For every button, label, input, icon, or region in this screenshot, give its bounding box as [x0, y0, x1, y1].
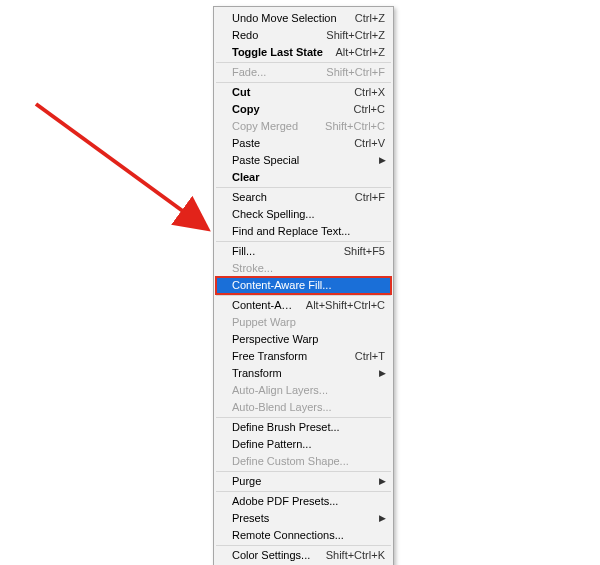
menu-item-auto-blend-layers: Auto-Blend Layers... — [216, 399, 391, 416]
submenu-arrow-icon: ▶ — [379, 473, 385, 490]
menu-item-search[interactable]: SearchCtrl+F — [216, 189, 391, 206]
menu-item-content-aware-scale[interactable]: Content-Aware ScaleAlt+Shift+Ctrl+C — [216, 297, 391, 314]
menu-item-label: Cut — [232, 84, 346, 101]
menu-item-label: Puppet Warp — [232, 314, 385, 331]
menu-group: Undo Move SelectionCtrl+ZRedoShift+Ctrl+… — [216, 9, 391, 63]
menu-item-adobe-pdf-presets[interactable]: Adobe PDF Presets... — [216, 493, 391, 510]
menu-group: Purge▶ — [216, 472, 391, 492]
menu-item-redo[interactable]: RedoShift+Ctrl+Z — [216, 27, 391, 44]
menu-item-presets[interactable]: Presets▶ — [216, 510, 391, 527]
menu-item-label: Search — [232, 189, 347, 206]
menu-item-shortcut: Ctrl+X — [354, 84, 385, 101]
menu-group: Fade...Shift+Ctrl+F — [216, 63, 391, 83]
menu-item-copy-merged: Copy MergedShift+Ctrl+C — [216, 118, 391, 135]
menu-item-label: Fade... — [232, 64, 318, 81]
menu-item-label: Copy Merged — [232, 118, 317, 135]
menu-item-shortcut: Alt+Ctrl+Z — [335, 44, 385, 61]
menu-item-perspective-warp[interactable]: Perspective Warp — [216, 331, 391, 348]
menu-item-shortcut: Alt+Shift+Ctrl+C — [306, 297, 385, 314]
menu-item-fill[interactable]: Fill...Shift+F5 — [216, 243, 391, 260]
menu-item-free-transform[interactable]: Free TransformCtrl+T — [216, 348, 391, 365]
menu-item-puppet-warp: Puppet Warp — [216, 314, 391, 331]
menu-item-define-custom-shape: Define Custom Shape... — [216, 453, 391, 470]
menu-item-purge[interactable]: Purge▶ — [216, 473, 391, 490]
menu-item-shortcut: Ctrl+T — [355, 348, 385, 365]
menu-item-label: Redo — [232, 27, 318, 44]
menu-item-label: Free Transform — [232, 348, 347, 365]
menu-group: Color Settings...Shift+Ctrl+KAssign Prof… — [216, 546, 391, 565]
menu-item-label: Presets — [232, 510, 371, 527]
menu-item-check-spelling[interactable]: Check Spelling... — [216, 206, 391, 223]
svg-line-0 — [36, 104, 206, 228]
annotation-arrow — [28, 96, 223, 246]
menu-item-shortcut: Ctrl+F — [355, 189, 385, 206]
menu-item-undo-move-selection[interactable]: Undo Move SelectionCtrl+Z — [216, 10, 391, 27]
menu-group: Fill...Shift+F5Stroke...Content-Aware Fi… — [216, 242, 391, 296]
menu-item-label: Auto-Blend Layers... — [232, 399, 385, 416]
menu-group: CutCtrl+XCopyCtrl+CCopy MergedShift+Ctrl… — [216, 83, 391, 188]
menu-item-auto-align-layers: Auto-Align Layers... — [216, 382, 391, 399]
menu-item-fade: Fade...Shift+Ctrl+F — [216, 64, 391, 81]
menu-item-label: Define Custom Shape... — [232, 453, 385, 470]
submenu-arrow-icon: ▶ — [379, 510, 385, 527]
menu-item-label: Color Settings... — [232, 547, 318, 564]
menu-item-label: Undo Move Selection — [232, 10, 347, 27]
menu-item-shortcut: Shift+Ctrl+F — [326, 64, 385, 81]
menu-item-paste-special[interactable]: Paste Special▶ — [216, 152, 391, 169]
menu-item-label: Paste — [232, 135, 346, 152]
menu-item-shortcut: Shift+Ctrl+K — [326, 547, 385, 564]
menu-item-label: Define Pattern... — [232, 436, 385, 453]
menu-item-label: Auto-Align Layers... — [232, 382, 385, 399]
menu-group: SearchCtrl+FCheck Spelling...Find and Re… — [216, 188, 391, 242]
menu-item-shortcut: Ctrl+Z — [355, 10, 385, 27]
menu-item-shortcut: Ctrl+V — [354, 135, 385, 152]
menu-item-remote-connections[interactable]: Remote Connections... — [216, 527, 391, 544]
menu-item-clear[interactable]: Clear — [216, 169, 391, 186]
menu-item-cut[interactable]: CutCtrl+X — [216, 84, 391, 101]
menu-item-label: Content-Aware Scale — [232, 297, 298, 314]
menu-item-label: Perspective Warp — [232, 331, 385, 348]
menu-item-label: Toggle Last State — [232, 44, 327, 61]
menu-item-shortcut: Shift+Ctrl+Z — [326, 27, 385, 44]
menu-item-shortcut: Shift+F5 — [344, 243, 385, 260]
context-menu[interactable]: Undo Move SelectionCtrl+ZRedoShift+Ctrl+… — [213, 6, 394, 565]
menu-item-label: Remote Connections... — [232, 527, 385, 544]
menu-item-label: Stroke... — [232, 260, 385, 277]
submenu-arrow-icon: ▶ — [379, 365, 385, 382]
menu-item-label: Clear — [232, 169, 385, 186]
menu-item-label: Find and Replace Text... — [232, 223, 385, 240]
menu-item-label: Fill... — [232, 243, 336, 260]
menu-item-find-and-replace-text[interactable]: Find and Replace Text... — [216, 223, 391, 240]
menu-item-shortcut: Ctrl+C — [354, 101, 385, 118]
menu-item-label: Adobe PDF Presets... — [232, 493, 385, 510]
menu-group: Adobe PDF Presets...Presets▶Remote Conne… — [216, 492, 391, 546]
menu-item-label: Copy — [232, 101, 346, 118]
menu-item-content-aware-fill[interactable]: Content-Aware Fill... — [216, 277, 391, 294]
menu-item-label: Paste Special — [232, 152, 371, 169]
menu-item-label: Purge — [232, 473, 371, 490]
menu-item-label: Transform — [232, 365, 371, 382]
menu-item-define-brush-preset[interactable]: Define Brush Preset... — [216, 419, 391, 436]
menu-group: Content-Aware ScaleAlt+Shift+Ctrl+CPuppe… — [216, 296, 391, 418]
menu-item-label: Check Spelling... — [232, 206, 385, 223]
menu-item-toggle-last-state[interactable]: Toggle Last StateAlt+Ctrl+Z — [216, 44, 391, 61]
menu-item-shortcut: Shift+Ctrl+C — [325, 118, 385, 135]
menu-item-color-settings[interactable]: Color Settings...Shift+Ctrl+K — [216, 547, 391, 564]
menu-item-label: Define Brush Preset... — [232, 419, 385, 436]
menu-item-label: Content-Aware Fill... — [232, 277, 385, 294]
menu-item-transform[interactable]: Transform▶ — [216, 365, 391, 382]
menu-item-paste[interactable]: PasteCtrl+V — [216, 135, 391, 152]
menu-item-copy[interactable]: CopyCtrl+C — [216, 101, 391, 118]
menu-item-define-pattern[interactable]: Define Pattern... — [216, 436, 391, 453]
submenu-arrow-icon: ▶ — [379, 152, 385, 169]
menu-group: Define Brush Preset...Define Pattern...D… — [216, 418, 391, 472]
menu-item-stroke: Stroke... — [216, 260, 391, 277]
